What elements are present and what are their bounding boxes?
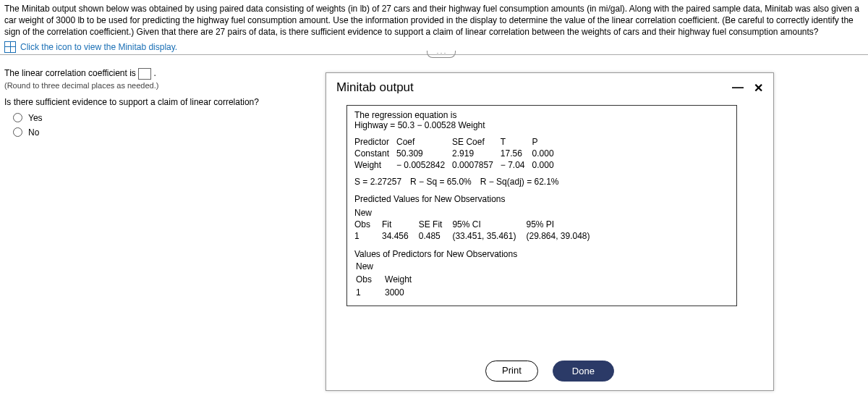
th-p: P [532, 136, 561, 148]
th-new: New [354, 207, 382, 219]
td: (33.451, 35.461) [452, 230, 526, 242]
regression-equation: Highway = 50.3 − 0.00528 Weight [354, 120, 729, 130]
td: 1 [354, 230, 382, 242]
td: − 7.04 [501, 159, 532, 171]
modal-title: Minitab output [336, 80, 414, 95]
radio-icon [13, 113, 22, 122]
td: 17.56 [501, 148, 532, 159]
th-sefit: SE Fit [419, 219, 453, 230]
model-summary-line: S = 2.27257 R − Sq = 65.0% R − Sq(adj) =… [354, 177, 729, 187]
td: 2.919 [452, 148, 501, 159]
radio-icon [13, 127, 22, 137]
td: 50.309 [396, 148, 452, 159]
td: 1 [356, 287, 383, 298]
th-predictor: Predictor [354, 136, 396, 148]
th-new: New [356, 261, 383, 272]
option-no-label: No [28, 127, 39, 138]
td: 0.000 [532, 148, 561, 159]
coef-label-pre: The linear correlation coefficient is [4, 68, 138, 78]
option-no[interactable]: No [13, 127, 285, 138]
option-yes[interactable]: Yes [13, 113, 285, 123]
predicted-values-title: Predicted Values for New Observations [354, 194, 729, 204]
th-coef: Coef [396, 136, 452, 148]
ellipsis-tab[interactable]: · · · [427, 51, 456, 58]
predictor-values-table: New Obs Weight 1 3000 [354, 259, 423, 300]
th-secoef: SE Coef [452, 136, 501, 148]
minitab-output-modal: Minitab output — ✕ The regression equati… [326, 72, 774, 391]
new-obs-table: New Obs Fit SE Fit 95% CI 95% PI 1 34.45… [354, 207, 600, 242]
minitab-body: The regression equation is Highway = 50.… [346, 105, 737, 306]
minimize-icon[interactable]: — [732, 81, 744, 95]
td: − 0.0052842 [396, 159, 452, 171]
problem-statement: The Minitab output shown below was obtai… [4, 3, 864, 38]
rounding-instruction: (Round to three decimal places as needed… [4, 81, 285, 90]
coef-prompt: The linear correlation coefficient is . [4, 68, 285, 80]
th-obs: Obs [354, 219, 382, 230]
th-95pi: 95% PI [526, 219, 600, 230]
option-yes-label: Yes [28, 113, 43, 123]
th-weight: Weight [385, 274, 422, 285]
td: (29.864, 39.048) [526, 230, 600, 242]
td: Constant [354, 148, 396, 159]
print-button[interactable]: Print [485, 361, 538, 382]
regression-eq-label: The regression equation is [354, 110, 729, 120]
td: 0.000 [532, 159, 561, 171]
th-95ci: 95% CI [452, 219, 526, 230]
close-icon[interactable]: ✕ [754, 81, 763, 95]
th-obs: Obs [356, 274, 383, 285]
view-display-text: Click the icon to view the Minitab displ… [20, 42, 177, 52]
done-button[interactable]: Done [553, 361, 614, 382]
td: 0.0007857 [452, 159, 501, 171]
sufficient-evidence-question: Is there sufficient evidence to support … [4, 97, 285, 107]
td: 34.456 [382, 230, 419, 242]
td: Weight [354, 159, 396, 171]
th-fit: Fit [382, 219, 419, 230]
coef-label-post: . [154, 68, 156, 78]
coefficients-table: Predictor Coef SE Coef T P Constant 50.3… [354, 136, 561, 171]
td: 3000 [385, 287, 422, 298]
predictor-values-title: Values of Predictors for New Observation… [354, 249, 729, 259]
td: 0.485 [419, 230, 453, 242]
table-icon [4, 41, 16, 53]
correlation-coefficient-input[interactable] [138, 68, 151, 80]
th-t: T [501, 136, 532, 148]
